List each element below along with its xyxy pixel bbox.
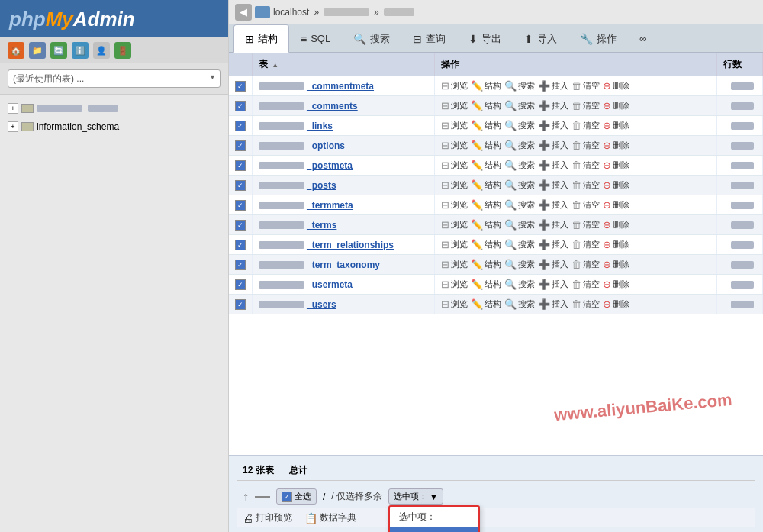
empty-link[interactable]: 🗑清空: [571, 140, 600, 151]
data-dict-link[interactable]: 📋 数据字典: [304, 511, 356, 524]
structure-link[interactable]: ✏️结构: [471, 279, 501, 290]
delete-link[interactable]: ⊖删除: [603, 140, 629, 151]
tab-import[interactable]: ⬆ 导入: [513, 24, 568, 52]
insert-link[interactable]: ➕插入: [538, 160, 568, 171]
structure-link[interactable]: ✏️结构: [471, 140, 501, 151]
delete-link[interactable]: ⊖删除: [603, 179, 629, 191]
table-name-link[interactable]: _posts: [307, 180, 336, 191]
tab-operations[interactable]: 🔧 操作: [568, 24, 628, 52]
empty-link[interactable]: 🗑清空: [571, 219, 600, 231]
search-link[interactable]: 🔍搜索: [504, 100, 535, 111]
table-name-link[interactable]: _commentmeta: [307, 81, 374, 92]
empty-link[interactable]: 🗑清空: [571, 298, 600, 310]
structure-link[interactable]: ✏️结构: [471, 199, 501, 211]
db-item-blurred[interactable]: +: [5, 101, 224, 116]
table-name-link[interactable]: _terms: [307, 220, 336, 231]
delete-link[interactable]: ⊖删除: [603, 298, 629, 310]
delete-link[interactable]: ⊖删除: [603, 219, 629, 231]
search-link[interactable]: 🔍搜索: [504, 140, 535, 151]
browse-link[interactable]: ⊟浏览: [441, 239, 468, 250]
table-name-link[interactable]: _links: [307, 121, 333, 131]
browse-link[interactable]: ⊟浏览: [441, 140, 468, 151]
structure-link[interactable]: ✏️结构: [471, 120, 501, 131]
empty-link[interactable]: 🗑清空: [571, 259, 600, 270]
table-name-link[interactable]: _options: [307, 140, 345, 151]
search-link[interactable]: 🔍搜索: [504, 179, 535, 191]
browse-link[interactable]: ⊟浏览: [441, 279, 468, 290]
table-name-link[interactable]: _comments: [307, 101, 358, 111]
insert-link[interactable]: ➕插入: [538, 80, 568, 92]
table-name-link[interactable]: _termmeta: [307, 200, 353, 211]
row-checkbox[interactable]: ✓: [235, 260, 246, 270]
row-checkbox[interactable]: ✓: [235, 140, 246, 151]
table-name-link[interactable]: _term_relationships: [307, 240, 394, 250]
delete-link[interactable]: ⊖删除: [603, 259, 629, 270]
tab-export[interactable]: ⬇ 导出: [457, 24, 513, 52]
empty-link[interactable]: 🗑清空: [571, 179, 600, 191]
search-link[interactable]: 🔍搜索: [504, 219, 535, 231]
tab-search[interactable]: 🔍 搜索: [342, 24, 401, 52]
with-selected-btn[interactable]: 选中项： ▼: [388, 488, 443, 505]
tab-query[interactable]: ⊟ 查询: [401, 24, 457, 52]
browse-link[interactable]: ⊟浏览: [441, 160, 468, 171]
nav-back-button[interactable]: ◀: [235, 4, 252, 21]
search-link[interactable]: 🔍搜索: [504, 259, 535, 270]
insert-link[interactable]: ➕插入: [538, 259, 568, 270]
empty-link[interactable]: 🗑清空: [571, 120, 600, 131]
empty-link[interactable]: 🗑清空: [571, 199, 600, 211]
search-link[interactable]: 🔍搜索: [504, 160, 535, 171]
delete-link[interactable]: ⊖删除: [603, 80, 629, 92]
table-name-link[interactable]: _postmeta: [307, 160, 353, 171]
browse-link[interactable]: ⊟浏览: [441, 100, 468, 111]
row-checkbox[interactable]: ✓: [235, 121, 246, 131]
row-checkbox[interactable]: ✓: [235, 220, 246, 231]
structure-link[interactable]: ✏️结构: [471, 259, 501, 270]
row-checkbox[interactable]: ✓: [235, 101, 246, 111]
user-icon[interactable]: 👤: [93, 42, 110, 59]
browse-link[interactable]: ⊟浏览: [441, 80, 468, 92]
tab-structure[interactable]: ⊞ 结构: [233, 24, 289, 53]
search-link[interactable]: 🔍搜索: [504, 279, 535, 290]
structure-link[interactable]: ✏️结构: [471, 298, 501, 310]
row-checkbox[interactable]: ✓: [235, 240, 246, 250]
insert-link[interactable]: ➕插入: [538, 219, 568, 231]
print-preview-link[interactable]: 🖨 打印预览: [243, 511, 292, 524]
insert-link[interactable]: ➕插入: [538, 239, 568, 250]
db-expand-btn2[interactable]: +: [8, 121, 18, 132]
db-item-information-schema[interactable]: + information_schema: [5, 119, 224, 134]
dropdown-item-selected-header[interactable]: 选中项：: [390, 507, 478, 527]
structure-link[interactable]: ✏️结构: [471, 219, 501, 231]
db-select[interactable]: (最近使用的表) ...: [8, 69, 221, 88]
table-name-link[interactable]: _users: [307, 299, 336, 310]
exit-icon[interactable]: 🚪: [114, 42, 131, 59]
empty-link[interactable]: 🗑清空: [571, 100, 600, 111]
db-expand-btn[interactable]: +: [8, 103, 18, 114]
insert-link[interactable]: ➕插入: [538, 140, 568, 151]
insert-link[interactable]: ➕插入: [538, 298, 568, 310]
insert-link[interactable]: ➕插入: [538, 199, 568, 211]
browse-link[interactable]: ⊟浏览: [441, 298, 468, 310]
documents-icon[interactable]: 📁: [29, 42, 46, 59]
structure-link[interactable]: ✏️结构: [471, 160, 501, 171]
row-checkbox[interactable]: ✓: [235, 180, 246, 191]
delete-link[interactable]: ⊖删除: [603, 199, 629, 211]
delete-link[interactable]: ⊖删除: [603, 279, 629, 290]
search-link[interactable]: 🔍搜索: [504, 298, 535, 310]
search-link[interactable]: 🔍搜索: [504, 199, 535, 211]
dropdown-item-export[interactable]: 导出: [390, 527, 478, 532]
browse-link[interactable]: ⊟浏览: [441, 179, 468, 191]
browse-link[interactable]: ⊟浏览: [441, 219, 468, 231]
delete-link[interactable]: ⊖删除: [603, 100, 629, 111]
structure-link[interactable]: ✏️结构: [471, 80, 501, 92]
row-checkbox[interactable]: ✓: [235, 279, 246, 290]
insert-link[interactable]: ➕插入: [538, 279, 568, 290]
info-icon[interactable]: ℹ️: [72, 42, 89, 59]
structure-link[interactable]: ✏️结构: [471, 100, 501, 111]
insert-link[interactable]: ➕插入: [538, 120, 568, 131]
table-name-link[interactable]: _usermeta: [307, 279, 353, 290]
empty-link[interactable]: 🗑清空: [571, 160, 600, 171]
delete-link[interactable]: ⊖删除: [603, 160, 629, 171]
empty-link[interactable]: 🗑清空: [571, 279, 600, 290]
delete-link[interactable]: ⊖删除: [603, 239, 629, 250]
search-link[interactable]: 🔍搜索: [504, 80, 535, 92]
